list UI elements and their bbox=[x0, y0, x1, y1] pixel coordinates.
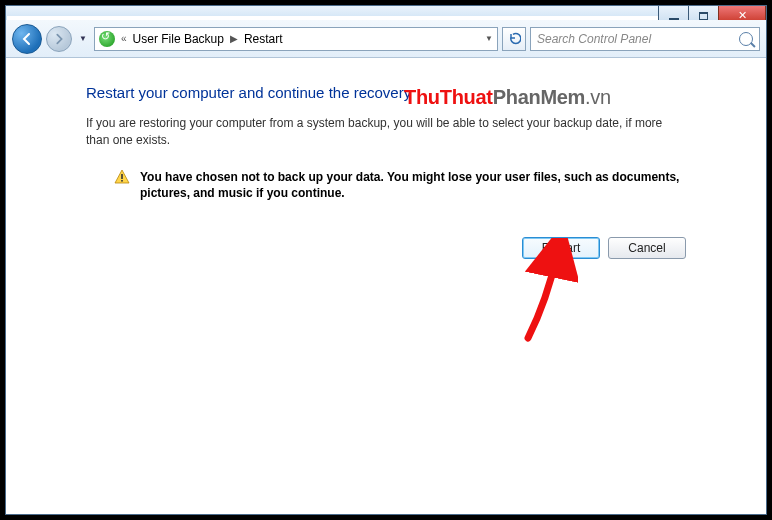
arrow-left-icon bbox=[20, 32, 34, 46]
forward-button[interactable] bbox=[46, 26, 72, 52]
search-placeholder: Search Control Panel bbox=[537, 32, 651, 46]
nav-history-dropdown[interactable]: ▼ bbox=[76, 34, 90, 43]
refresh-button[interactable] bbox=[502, 27, 526, 51]
svg-rect-1 bbox=[121, 180, 123, 182]
button-row: Restart Cancel bbox=[86, 237, 686, 259]
breadcrumb-item-1[interactable]: User File Backup bbox=[133, 32, 224, 46]
watermark-part-3: Mem bbox=[540, 86, 585, 108]
breadcrumb-separator-icon: ▶ bbox=[230, 33, 238, 44]
search-input[interactable]: Search Control Panel bbox=[530, 27, 760, 51]
watermark-part-4: .vn bbox=[585, 86, 611, 108]
cancel-button[interactable]: Cancel bbox=[608, 237, 686, 259]
address-bar[interactable]: « User File Backup ▶ Restart ▼ bbox=[94, 27, 498, 51]
navigation-bar: ▼ « User File Backup ▶ Restart ▼ Search … bbox=[6, 20, 766, 58]
watermark: ThuThuatPhanMem.vn bbox=[404, 86, 611, 109]
warning-icon bbox=[114, 169, 130, 185]
warning-block: You have chosen not to back up your data… bbox=[114, 169, 686, 201]
arrow-right-icon bbox=[53, 33, 65, 45]
window: ✕ ▼ « User File Backup ▶ Restart ▼ bbox=[5, 5, 767, 515]
content-pane: Restart your computer and continue the r… bbox=[6, 58, 766, 514]
address-dropdown-icon[interactable]: ▼ bbox=[485, 34, 493, 43]
titlebar bbox=[6, 6, 766, 16]
warning-text: You have chosen not to back up your data… bbox=[140, 169, 686, 201]
restart-button[interactable]: Restart bbox=[522, 237, 600, 259]
search-icon bbox=[739, 32, 753, 46]
breadcrumb-item-2[interactable]: Restart bbox=[244, 32, 283, 46]
breadcrumb-chevron: « bbox=[121, 33, 127, 44]
watermark-part-1: ThuThuat bbox=[404, 86, 493, 108]
refresh-icon bbox=[507, 32, 521, 46]
location-icon bbox=[99, 31, 115, 47]
watermark-part-2: Phan bbox=[493, 86, 541, 108]
back-button[interactable] bbox=[12, 24, 42, 54]
screenshot-frame: ✕ ▼ « User File Backup ▶ Restart ▼ bbox=[0, 0, 772, 520]
svg-rect-0 bbox=[121, 174, 123, 179]
page-description: If you are restoring your computer from … bbox=[86, 115, 686, 149]
